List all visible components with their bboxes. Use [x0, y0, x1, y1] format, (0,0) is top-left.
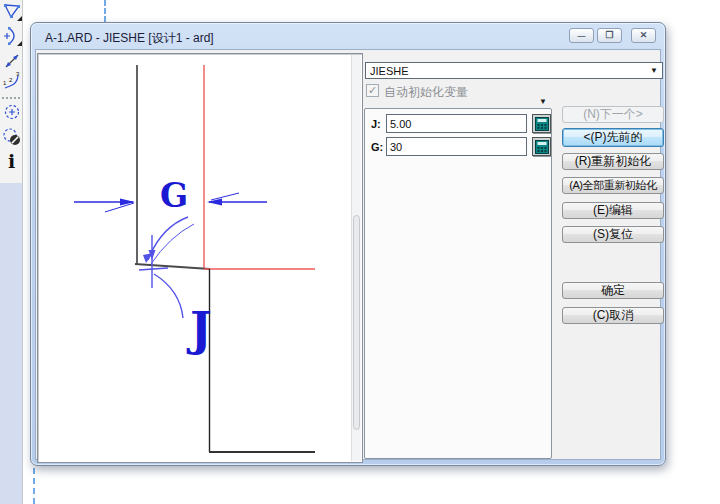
- circle-center-tool-button[interactable]: [1, 101, 22, 122]
- variable-row-g: G:: [365, 136, 551, 158]
- circle-off-icon: [2, 127, 22, 147]
- info-icon: i: [8, 152, 15, 171]
- checkmark-icon: ✓: [368, 85, 377, 96]
- chevron-down-icon: ▼: [650, 66, 658, 75]
- titlebar[interactable]: A-1.ARD - JIESHE [设计1 - ard] — ❐ ✕: [31, 23, 665, 49]
- previous-button[interactable]: <(P)先前的: [562, 128, 664, 147]
- reinitialize-all-button[interactable]: (A)全部重新初始化: [562, 177, 664, 194]
- canvas-vertical-scrollbar[interactable]: [351, 55, 361, 461]
- cad-guide-line: [33, 468, 35, 504]
- svg-text:2: 2: [9, 77, 13, 83]
- sequence-123-icon: 1 2 3: [2, 71, 22, 91]
- panel-expander-icon[interactable]: ▼: [539, 97, 547, 106]
- calculator-button[interactable]: [532, 137, 551, 156]
- variable-j-input[interactable]: [386, 114, 527, 133]
- flyout-indicator-icon: [17, 16, 22, 21]
- svg-text:1: 1: [3, 80, 7, 86]
- measure-arrow-tool-button[interactable]: [1, 50, 22, 71]
- minimize-button[interactable]: —: [569, 28, 594, 43]
- flyout-indicator-icon: [17, 41, 22, 46]
- close-button[interactable]: ✕: [631, 28, 656, 43]
- sloped-seam-line: [135, 264, 210, 269]
- reset-button[interactable]: (S)复位: [562, 226, 664, 243]
- screen: 1 2 3 i A-1.ARD - JIES: [0, 0, 720, 504]
- svg-text:3: 3: [16, 71, 20, 77]
- dimension-label-G: G: [160, 176, 188, 215]
- circle-center-icon: [2, 102, 22, 122]
- auto-init-checkbox[interactable]: ✓: [366, 84, 379, 97]
- variable-name: G:: [371, 141, 383, 153]
- arrowhead-left: [120, 199, 135, 206]
- arc-tool-button[interactable]: [1, 25, 22, 46]
- circle-off-tool-button[interactable]: [1, 126, 22, 147]
- dropdown-value: JIESHE: [370, 65, 409, 77]
- variable-row-j: J:: [365, 113, 551, 135]
- toolbar-separator: [2, 97, 20, 99]
- toolbar-lower-panel: [0, 183, 22, 504]
- calculator-icon: [535, 117, 549, 131]
- close-icon: ✕: [640, 31, 648, 40]
- cancel-button[interactable]: (C)取消: [562, 307, 664, 324]
- scrollbar-thumb[interactable]: [353, 215, 360, 430]
- ok-button[interactable]: 确定: [562, 282, 664, 299]
- next-button: (N)下一个>: [562, 106, 664, 123]
- jieshe-dialog-window: A-1.ARD - JIESHE [设计1 - ard] — ❐ ✕: [30, 22, 666, 466]
- sequence-123-tool-button[interactable]: 1 2 3: [1, 70, 22, 91]
- measure-arrow-icon: [2, 51, 22, 71]
- calculator-button[interactable]: [532, 114, 551, 133]
- cad-guide-line: [104, 0, 106, 22]
- drawing-canvas[interactable]: G J: [37, 53, 363, 463]
- cad-toolbar: 1 2 3 i: [0, 0, 23, 504]
- cad-drawing: G J: [39, 55, 352, 461]
- auto-init-label: 自动初始化变量: [384, 84, 468, 101]
- reinitialize-button[interactable]: (R)重新初始化: [562, 153, 664, 170]
- info-tool-button[interactable]: i: [1, 151, 22, 172]
- window-title: A-1.ARD - JIESHE [设计1 - ard]: [45, 30, 214, 47]
- variable-name: J:: [371, 118, 381, 130]
- edit-button[interactable]: (E)编辑: [562, 202, 664, 219]
- dimension-label-J: J: [186, 302, 212, 356]
- calculator-icon: [535, 140, 549, 154]
- variable-g-input[interactable]: [386, 137, 527, 156]
- restore-button[interactable]: ❐: [597, 28, 622, 43]
- variable-set-dropdown[interactable]: JIESHE ▼: [365, 62, 663, 79]
- variables-panel: J: G:: [364, 108, 552, 459]
- triangle-tool-button[interactable]: [1, 0, 22, 21]
- restore-icon: ❐: [605, 31, 613, 40]
- minimize-icon: —: [578, 32, 586, 40]
